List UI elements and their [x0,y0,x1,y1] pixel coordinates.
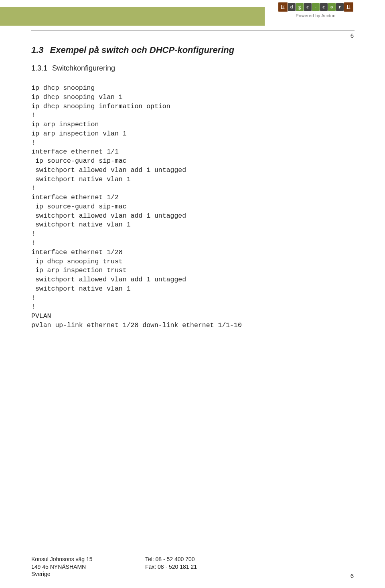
footer-tel: Tel: 08 - 52 400 700 [145,556,195,562]
logo-letter: E [344,2,353,12]
logo-letter: E [278,2,288,12]
footer-address-line: 149 45 NYNÄSHAMN [31,564,86,570]
subsection-number: 1.3.1 [31,64,47,72]
logo-letter: r [336,3,344,11]
logo-letter: g [296,3,304,11]
logo-letter: - [312,3,320,11]
subsection-title: Switchkonfigurering [52,64,115,72]
logo-letter: d [288,3,296,11]
brand-logo: E d g e - c o r E Powered by Accton [277,2,355,30]
page-number-bottom: 6 [351,572,354,579]
footer-address-line: Sverige [31,571,50,577]
header-olive-bar [0,7,265,26]
page-number-top: 6 [351,32,354,39]
logo-letter-row: E d g e - c o r E [277,2,355,12]
header-rule [31,30,355,31]
footer: Konsul Johnsons väg 15 149 45 NYNÄSHAMN … [31,556,355,578]
footer-address-line: Konsul Johnsons väg 15 [31,556,93,562]
section-heading: 1.3Exempel på switch och DHCP-konfigurer… [31,45,355,55]
footer-rule [31,555,355,555]
logo-letter: e [304,3,312,11]
logo-letter: c [320,3,328,11]
logo-letter: o [328,3,336,11]
config-code-block: ip dhcp snooping ip dhcp snooping vlan 1… [31,84,355,330]
section-title: Exempel på switch och DHCP-konfigurering [50,45,235,55]
footer-fax: Fax: 08 - 520 181 21 [145,564,197,570]
section-number: 1.3 [31,45,44,55]
logo-subtitle: Powered by Accton [277,13,355,18]
subsection-heading: 1.3.1Switchkonfigurering [31,64,355,73]
